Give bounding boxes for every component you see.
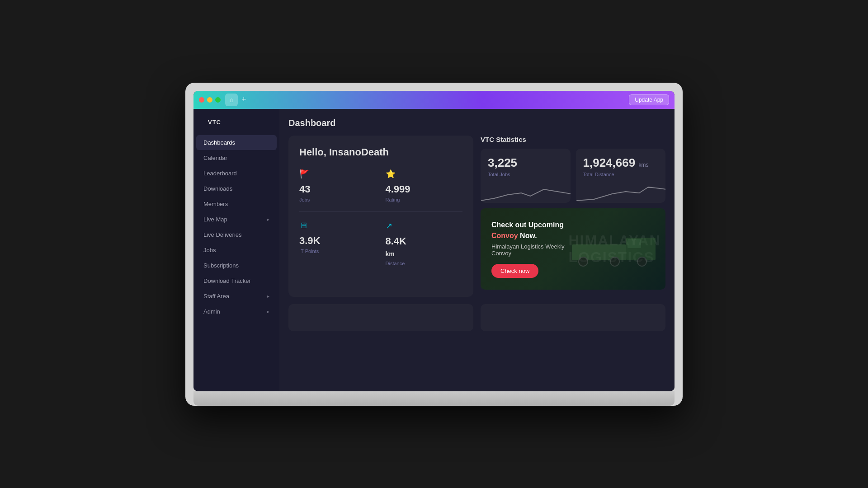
sidebar-item-members[interactable]: Members (196, 197, 277, 211)
convoy-title: Check out Upcoming Convoy Now. (491, 220, 581, 241)
sidebar-item-label: Live Map (203, 216, 227, 223)
total-jobs-value: 3,225 (488, 156, 563, 170)
chevron-right-icon: ▸ (267, 309, 269, 314)
welcome-card: Hello, InsanoDeath 🚩 43 Jobs ⭐ 4.999 Rat… (288, 136, 473, 297)
star-icon: ⭐ (386, 169, 396, 179)
minimize-button[interactable] (207, 97, 212, 103)
close-button[interactable] (199, 97, 204, 103)
sidebar-item-live-deliveries[interactable]: Live Deliveries (196, 227, 277, 242)
share-icon: ↗ (386, 221, 392, 231)
sidebar-item-label: Staff Area (203, 293, 229, 300)
sidebar-item-leaderboard[interactable]: Leaderboard (196, 166, 277, 181)
sidebar-item-label: Download Tracker (203, 277, 251, 284)
sidebar-item-label: Members (203, 201, 228, 207)
sidebar-item-label: Admin (203, 308, 220, 315)
bottom-card-left (288, 304, 473, 331)
chevron-right-icon: ▸ (267, 217, 269, 222)
vtc-stats-cards: 3,225 Total Jobs 1,924,669 kms Total Dis… (481, 149, 665, 203)
distance-chart (576, 176, 666, 203)
truck-visual (569, 208, 661, 290)
distance-label: Distance (386, 261, 405, 266)
convoy-highlight: Convoy (491, 232, 518, 239)
laptop-frame: ⌂ + Update App VTC Dashboards Calendar L… (185, 83, 683, 406)
sidebar-item-dashboards[interactable]: Dashboards (196, 135, 277, 150)
sidebar-item-download-tracker[interactable]: Download Tracker (196, 273, 277, 288)
sidebar: VTC Dashboards Calendar Leaderboard Down… (193, 109, 279, 391)
home-button[interactable]: ⌂ (225, 94, 238, 106)
sidebar-item-label: Leaderboard (203, 170, 237, 177)
stat-it-points: 🖥 3.9K IT Points (299, 221, 377, 266)
flag-icon: 🚩 (299, 169, 309, 179)
convoy-banner: HIMALAYANLOGISTICS (481, 208, 665, 290)
dashboard-grid: Hello, InsanoDeath 🚩 43 Jobs ⭐ 4.999 Rat… (288, 136, 665, 297)
it-points-label: IT Points (299, 249, 319, 254)
jobs-chart (481, 176, 571, 203)
sidebar-item-jobs[interactable]: Jobs (196, 243, 277, 258)
bottom-row (288, 304, 665, 331)
sidebar-item-admin[interactable]: Admin ▸ (196, 304, 277, 319)
sidebar-item-label: Subscriptions (203, 262, 239, 269)
main-content: Dashboard Hello, InsanoDeath 🚩 43 Jobs (279, 109, 675, 391)
total-distance-card: 1,924,669 kms Total Distance (576, 149, 666, 203)
svg-point-4 (637, 257, 646, 266)
rating-label: Rating (386, 197, 400, 202)
check-now-button[interactable]: Check now (491, 264, 538, 278)
sidebar-item-calendar[interactable]: Calendar (196, 150, 277, 165)
sidebar-item-label: Jobs (203, 247, 216, 253)
stat-jobs: 🚩 43 Jobs (299, 169, 377, 202)
vtc-stats-label: VTC Statistics (481, 136, 665, 143)
truck-svg (570, 222, 660, 276)
screen: ⌂ + Update App VTC Dashboards Calendar L… (193, 91, 675, 391)
svg-point-3 (610, 257, 619, 266)
distance-value: 8.4Kkm (386, 235, 406, 259)
sidebar-item-label: Live Deliveries (203, 231, 242, 238)
user-stats-grid-2: 🖥 3.9K IT Points ↗ 8.4Kkm Distance (299, 221, 462, 266)
bottom-card-right (481, 304, 665, 331)
update-app-button[interactable]: Update App (629, 94, 669, 105)
jobs-label: Jobs (299, 197, 310, 202)
stat-distance: ↗ 8.4Kkm Distance (386, 221, 463, 266)
sidebar-item-live-map[interactable]: Live Map ▸ (196, 212, 277, 227)
sidebar-item-label: Downloads (203, 185, 232, 192)
maximize-button[interactable] (215, 97, 221, 103)
total-distance-value: 1,924,669 kms (583, 156, 659, 170)
svg-rect-5 (627, 239, 641, 248)
sidebar-item-label: Calendar (203, 155, 227, 161)
svg-point-2 (579, 257, 588, 266)
home-icon: ⌂ (230, 96, 233, 103)
computer-icon: 🖥 (299, 221, 307, 230)
page-title: Dashboard (288, 118, 665, 128)
rating-value: 4.999 (386, 183, 410, 195)
user-stats-grid: 🚩 43 Jobs ⭐ 4.999 Rating (299, 169, 462, 202)
sidebar-item-label: Dashboards (203, 139, 235, 146)
traffic-lights (199, 97, 221, 103)
jobs-value: 43 (299, 183, 310, 195)
welcome-title: Hello, InsanoDeath (299, 146, 462, 158)
add-tab-button[interactable]: + (241, 95, 246, 104)
sidebar-item-staff-area[interactable]: Staff Area ▸ (196, 289, 277, 304)
chevron-right-icon: ▸ (267, 294, 269, 299)
sidebar-item-downloads[interactable]: Downloads (196, 181, 277, 196)
titlebar: ⌂ + Update App (193, 91, 675, 109)
app-body: VTC Dashboards Calendar Leaderboard Down… (193, 109, 675, 391)
right-panel: VTC Statistics 3,225 Total Jobs (481, 136, 665, 290)
it-points-value: 3.9K (299, 235, 320, 247)
stat-rating: ⭐ 4.999 Rating (386, 169, 463, 202)
vtc-logo: VTC (201, 115, 272, 131)
total-jobs-card: 3,225 Total Jobs (481, 149, 571, 203)
convoy-subtitle: Himalayan Logistics Weekly Convoy (491, 243, 581, 257)
sidebar-item-subscriptions[interactable]: Subscriptions (196, 258, 277, 273)
